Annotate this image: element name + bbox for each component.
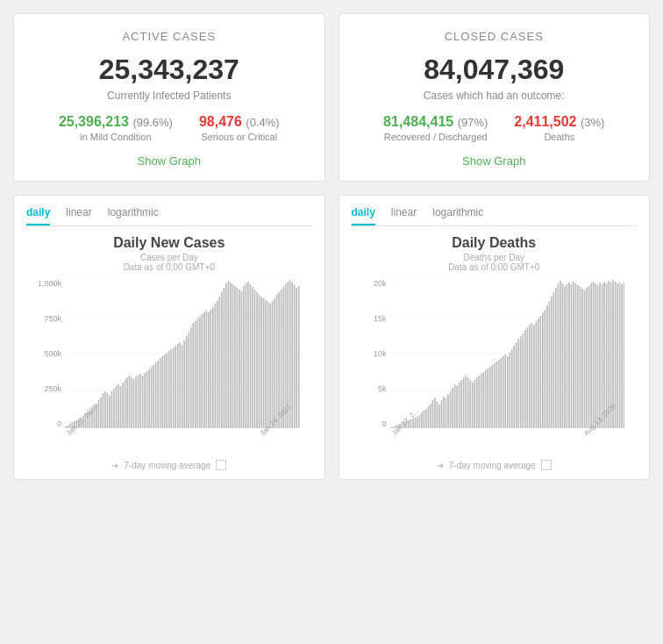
daily-new-cases-chart-area: 1,000k 750k 500k 250k 0 [30,279,309,454]
tab-daily-deaths-linear[interactable]: linear [391,206,417,225]
active-cases-show-graph-link[interactable]: Show Graph [138,154,201,168]
svg-rect-161 [487,369,488,428]
svg-rect-71 [210,310,212,428]
daily-new-cases-moving-avg-checkbox[interactable] [216,460,226,470]
svg-rect-195 [561,283,563,428]
svg-rect-101 [276,295,278,428]
svg-rect-93 [259,295,260,428]
serious-critical-label: Serious or Critical [199,132,280,142]
svg-rect-54 [173,347,175,428]
svg-rect-182 [533,325,535,428]
daily-new-cases-y-axis: 1,000k 750k 500k 250k 0 [30,279,65,428]
tab-daily-new-cases-linear[interactable]: linear [66,206,91,225]
svg-rect-44 [151,367,153,428]
serious-critical-pct: (0.4%) [246,116,279,129]
daily-deaths-chart-card: daily linear logarithmic Daily Deaths De… [339,195,651,480]
svg-rect-148 [458,383,460,428]
tab-daily-deaths-daily[interactable]: daily [352,206,375,225]
svg-rect-146 [453,384,455,428]
svg-rect-27 [113,389,115,428]
recovered-pct: (97%) [458,116,488,129]
svg-rect-130 [418,415,420,428]
daily-new-cases-moving-avg-label: 7-day moving average [124,461,210,470]
svg-rect-26 [111,391,113,428]
deaths-label: Deaths [514,132,604,142]
svg-rect-68 [203,312,205,428]
svg-rect-180 [528,325,530,428]
svg-rect-168 [502,356,503,428]
svg-rect-45 [153,365,154,428]
svg-rect-143 [447,395,449,428]
svg-rect-84 [239,290,240,428]
daily-deaths-moving-avg-checkbox[interactable] [541,460,552,470]
svg-rect-192 [555,288,557,428]
svg-rect-59 [183,340,185,428]
svg-rect-74 [217,301,218,428]
svg-rect-20 [98,400,100,428]
svg-rect-108 [291,283,293,428]
svg-rect-152 [467,377,468,428]
svg-rect-206 [586,288,588,428]
svg-rect-133 [425,409,427,428]
svg-rect-50 [164,354,166,428]
svg-rect-141 [443,397,445,428]
svg-rect-188 [546,305,548,428]
svg-rect-207 [588,286,589,428]
svg-rect-223 [623,283,624,428]
daily-deaths-tabs: daily linear logarithmic [352,206,638,226]
svg-rect-34 [129,376,131,428]
mild-condition-pct: (99.6%) [132,116,173,129]
daily-deaths-moving-avg-label: 7-day moving average [449,461,536,470]
svg-rect-51 [166,353,168,428]
serious-critical-number: 98,476 [199,114,242,129]
svg-rect-151 [465,376,467,428]
svg-rect-37 [135,376,137,428]
svg-rect-183 [535,321,537,428]
svg-rect-57 [179,342,181,428]
svg-rect-186 [542,312,544,428]
svg-rect-185 [539,316,541,428]
recovered-number: 81,484,415 [383,114,453,129]
svg-rect-128 [414,418,416,428]
svg-rect-73 [215,304,217,428]
svg-rect-82 [234,286,236,428]
svg-rect-63 [192,323,194,428]
active-cases-subtitle: Currently Infected Patients [32,89,307,102]
moving-avg-arrow-icon: ➜ [111,461,118,470]
daily-deaths-subtitle: Deaths per Day Data as of 0:00 GMT+0 [352,253,638,272]
svg-rect-58 [182,345,183,428]
closed-cases-card: CLOSED CASES 84,047,369 Cases which had … [339,13,651,182]
svg-rect-158 [480,374,481,428]
svg-rect-164 [493,363,495,428]
svg-rect-196 [564,286,566,428]
svg-rect-210 [595,283,596,428]
svg-rect-137 [434,397,436,428]
svg-rect-85 [241,291,243,428]
svg-rect-88 [247,282,249,428]
svg-rect-48 [160,358,161,428]
svg-rect-136 [431,400,433,428]
closed-cases-show-graph-link[interactable]: Show Graph [462,154,525,168]
daily-deaths-title: Daily Deaths [352,235,638,251]
svg-rect-99 [272,301,274,428]
svg-rect-189 [548,301,550,428]
svg-rect-100 [274,298,275,428]
svg-rect-72 [212,307,214,428]
svg-rect-39 [139,374,141,428]
tab-daily-deaths-logarithmic[interactable]: logarithmic [432,206,483,225]
svg-rect-202 [577,285,579,428]
svg-rect-32 [125,380,126,428]
svg-rect-42 [146,371,148,428]
svg-rect-25 [109,396,110,428]
mild-condition-stat: 25,396,213 (99.6%) in Mild Condition [59,114,173,142]
tab-daily-new-cases-daily[interactable]: daily [26,206,50,225]
svg-rect-47 [157,361,159,428]
svg-rect-53 [170,349,172,428]
daily-new-cases-moving-avg-row: ➜ 7-day moving average [26,460,312,470]
svg-rect-193 [557,283,559,428]
recovered-label: Recovered / Discharged [383,132,488,142]
svg-rect-109 [294,285,296,428]
svg-rect-139 [438,404,440,428]
tab-daily-new-cases-logarithmic[interactable]: logarithmic [108,206,159,225]
svg-rect-212 [599,283,601,428]
